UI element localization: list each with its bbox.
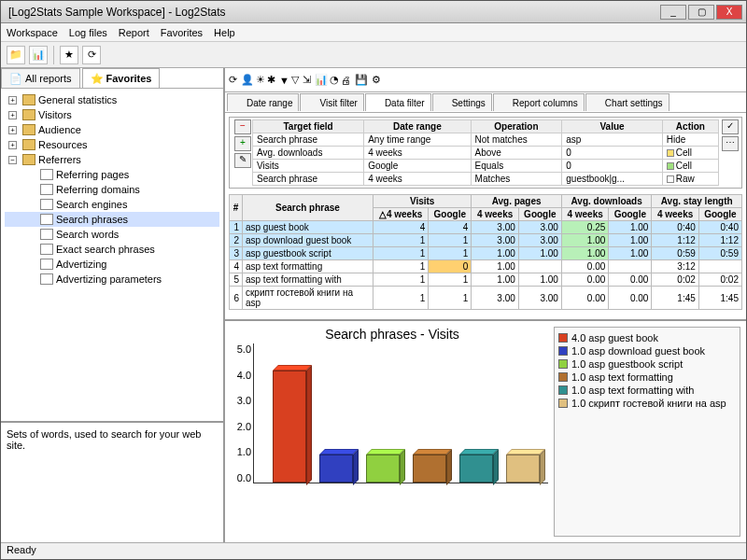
tool2-filter2-icon[interactable]: ▽ [291,74,299,86]
tool2-refresh-icon[interactable]: ⟳ [229,74,237,86]
tree-subitem[interactable]: Exact search phrases [5,242,219,257]
tree-item[interactable]: + General statistics [5,92,219,107]
tool2-pie-icon[interactable]: ◔ [330,74,339,86]
filter-cell[interactable]: Visits [253,160,364,173]
tree-subitem[interactable]: Search phrases [5,212,219,227]
table-row[interactable]: 1asp guest book443.003.000.251.000:400:4… [230,221,742,234]
filter-cell[interactable]: Cell [662,147,718,160]
tool2-bug-icon[interactable]: ✱ [267,74,275,86]
filter-cell[interactable]: Matches [471,173,562,186]
filter-remove-button[interactable]: − [234,119,251,134]
filter-cell[interactable]: asp [562,133,663,147]
tree-item[interactable]: + Visitors [5,107,219,122]
filter-cell[interactable]: 0 [562,147,663,160]
chart-area: Search phrases - Visits 5.04.03.02.01.00… [225,319,746,542]
legend-item: 1.0 asp text formatting [558,371,736,384]
tool2-gear-icon[interactable]: ⚙ [372,74,381,86]
tool-refresh-icon[interactable]: ⟳ [82,46,101,64]
report-toolbar: ⟳ 👤 ☀ ✱ ▼ ▽ ⇲ 📊 ◔ 🖨 💾 ⚙ [225,68,746,92]
filter-cell[interactable]: Search phrase [253,133,364,147]
tool2-save-icon[interactable]: 💾 [355,74,368,86]
subtab[interactable]: Date range [227,93,299,111]
tree-subitem[interactable]: Search words [5,227,219,242]
subtab[interactable]: Chart settings [585,93,669,111]
filter-cell[interactable]: Any time range [364,133,471,147]
tree-subitem[interactable]: Search engines [5,197,219,212]
tree: + General statistics+ Visitors+ Audience… [1,89,223,421]
tab-favorites[interactable]: ⭐Favorites [82,68,161,88]
minimize-button[interactable]: _ [660,5,686,20]
tab-all-reports[interactable]: 📄All reports [1,68,80,88]
subtab[interactable]: Settings [432,93,492,111]
filter-panel: − + ✎ Target fieldDate rangeOperationVal… [229,117,742,189]
data-grid[interactable]: #Search phraseVisitsAvg. pagesAvg. downl… [229,194,742,310]
chart-bar [413,455,446,483]
tool2-export-icon[interactable]: ⇲ [303,74,311,86]
filter-cell[interactable]: Google [364,160,471,173]
tool-report-icon[interactable]: 📊 [29,46,48,64]
legend-item: 1.0 скрипт гостевой книги на asp [558,397,736,410]
description-panel: Sets of words, used to search for your w… [1,421,223,542]
table-row[interactable]: 2asp download guest book113.003.001.001.… [230,234,742,247]
filter-cell[interactable]: Avg. downloads [253,147,364,160]
tool-workspace-icon[interactable]: 📁 [7,46,25,64]
left-panel: 📄All reports ⭐Favorites + General statis… [1,68,225,542]
legend-item: 1.0 asp download guest book [558,344,736,357]
tree-subitem[interactable]: Referring domains [5,182,219,197]
chart-title: Search phrases - Visits [231,327,554,342]
menu-help[interactable]: Help [214,27,235,38]
filter-cell[interactable]: 0 [562,160,663,173]
tree-item[interactable]: + Resources [5,137,219,152]
tool-star-icon[interactable]: ★ [60,46,78,64]
table-row[interactable]: 4asp text formatting101.000.003:12 [230,260,742,273]
tool2-person-icon[interactable]: 👤 [241,74,254,86]
subtab[interactable]: Visit filter [300,93,363,111]
filter-cell[interactable]: Not matches [471,133,562,147]
legend-item: 1.0 asp guestbook script [558,357,736,371]
filter-edit-button[interactable]: ✎ [234,153,251,168]
chart-bar [273,371,306,483]
filter-add-button[interactable]: + [234,136,251,151]
menubar: Workspace Log files Report Favorites Hel… [1,23,746,42]
filter-options-button[interactable]: ⋯ [722,136,739,151]
filter-cell[interactable]: 4 weeks [364,147,471,160]
tree-item[interactable]: + Audience [5,122,219,137]
subtab[interactable]: Report columns [493,93,585,111]
maximize-button[interactable]: ▢ [688,5,714,20]
chart-bar [459,455,493,483]
tool2-sun-icon[interactable]: ☀ [256,74,265,86]
menu-report[interactable]: Report [119,27,149,38]
filter-cell[interactable]: Search phrase [253,173,364,186]
tool2-chart-icon[interactable]: 📊 [315,74,328,86]
tool2-print-icon[interactable]: 🖨 [341,75,351,86]
filter-apply-button[interactable]: ✓ [722,119,739,134]
filter-cell[interactable]: 4 weeks [364,173,471,186]
chart-canvas [253,343,548,483]
chart: Search phrases - Visits 5.04.03.02.01.00… [231,327,554,537]
filter-cell[interactable]: guestbook|g... [562,173,663,186]
filter-cell[interactable]: Equals [471,160,562,173]
tool2-filter-icon[interactable]: ▼ [279,75,289,86]
menu-workspace[interactable]: Workspace [7,27,58,38]
app-window: [Log2Stats Sample Workspace] - Log2Stats… [0,0,747,560]
tree-subitem[interactable]: Advertizing [5,257,219,272]
tree-subitem[interactable]: Referring pages [5,167,219,182]
filter-cell[interactable]: Above [471,147,562,160]
tree-subitem[interactable]: Advertizing parameters [5,272,219,287]
table-row[interactable]: 3asp guestbook script111.001.001.001.000… [230,247,742,260]
table-row[interactable]: 6скрипт гостевой книги на asp113.003.000… [230,287,742,310]
chart-bar [319,455,353,483]
tree-item-referrers[interactable]: − Referrers [5,152,219,167]
chart-yaxis: 5.04.03.02.01.00.0 [231,343,251,483]
menu-logfiles[interactable]: Log files [69,27,107,38]
subtab[interactable]: Data filter [365,93,431,111]
close-button[interactable]: X [716,5,742,20]
chart-bar [506,455,540,483]
report-subtabs: Date rangeVisit filterData filterSetting… [225,92,746,113]
filter-cell[interactable]: Hide [662,133,718,147]
menu-favorites[interactable]: Favorites [161,27,203,38]
table-row[interactable]: 5asp text formatting with111.001.000.000… [230,273,742,287]
filter-cell[interactable]: Cell [662,160,718,173]
filter-cell[interactable]: Raw [662,173,718,186]
titlebar: [Log2Stats Sample Workspace] - Log2Stats… [1,1,746,23]
